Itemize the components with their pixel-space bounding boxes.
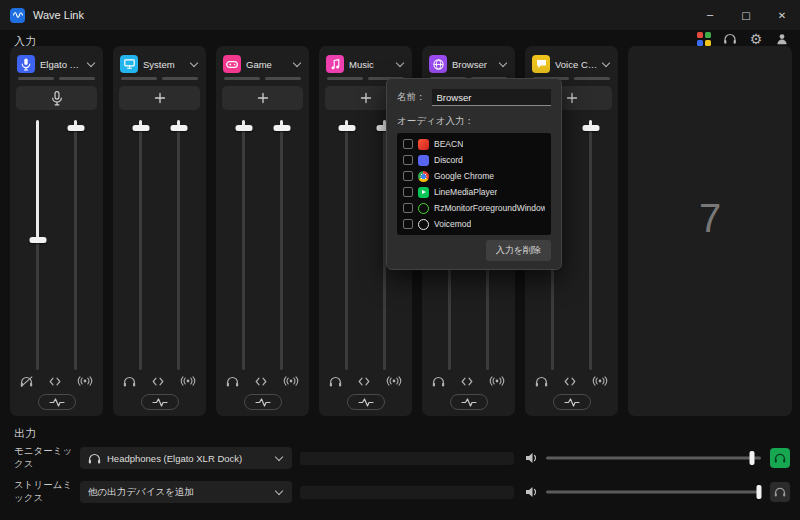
channel-footer — [329, 374, 402, 388]
link-icon[interactable] — [564, 377, 576, 386]
fader-handle[interactable] — [582, 125, 599, 131]
fader-track-right[interactable] — [177, 120, 180, 370]
remove-input-button[interactable]: 入力を削除 — [486, 240, 551, 261]
broadcast-icon[interactable] — [592, 376, 608, 386]
stream-output-button[interactable] — [770, 482, 790, 502]
channel-footer — [20, 374, 93, 388]
headphones-muted-icon[interactable] — [20, 376, 33, 387]
checkbox[interactable] — [403, 171, 413, 181]
monitor-mix-label: モニターミックス — [14, 445, 80, 471]
channel-header[interactable]: Elgato XLR ... — [17, 54, 96, 74]
checkbox[interactable] — [403, 155, 413, 165]
fader-track-right[interactable] — [589, 120, 592, 370]
stream-mix-label: ストリームミックス — [14, 479, 80, 505]
fader-handle[interactable] — [29, 237, 46, 243]
speaker-icon[interactable] — [523, 452, 541, 464]
link-icon[interactable] — [152, 377, 164, 386]
headphones-icon[interactable] — [123, 376, 136, 387]
source-row[interactable]: RzMonitorForegroundWindow — [397, 200, 551, 216]
waveform-button[interactable] — [347, 394, 385, 410]
source-row[interactable]: LineMediaPlayer — [397, 184, 551, 200]
fader-track-right[interactable] — [280, 120, 283, 370]
channel-header[interactable]: System — [120, 54, 199, 74]
name-label: 名前： — [397, 91, 426, 104]
account-icon[interactable] — [774, 31, 790, 47]
empty-channel-panel: 7 — [628, 46, 792, 416]
checkbox[interactable] — [403, 219, 413, 229]
window-controls: ─ □ ✕ — [692, 0, 800, 30]
checkbox[interactable] — [403, 187, 413, 197]
waveform-button[interactable] — [553, 394, 591, 410]
maximize-button[interactable]: □ — [728, 0, 764, 30]
speaker-icon[interactable] — [523, 486, 541, 498]
channel-name: Music — [349, 59, 392, 70]
broadcast-icon[interactable] — [77, 376, 93, 386]
broadcast-icon[interactable] — [489, 376, 505, 386]
monitor-device-select[interactable]: Headphones (Elgato XLR Dock) — [80, 447, 292, 469]
source-row[interactable]: Discord — [397, 152, 551, 168]
beacn-icon — [418, 139, 429, 150]
monitor-level-meter — [300, 452, 514, 465]
chevron-down-icon[interactable] — [602, 58, 610, 66]
headphones-icon[interactable] — [329, 376, 342, 387]
add-input-button[interactable] — [222, 86, 303, 110]
fader-track-left[interactable] — [36, 120, 39, 370]
source-row[interactable]: BEACN — [397, 136, 551, 152]
broadcast-icon[interactable] — [386, 376, 402, 386]
fader-track-left[interactable] — [139, 120, 142, 370]
waveform-button[interactable] — [141, 394, 179, 410]
waveform-button[interactable] — [450, 394, 488, 410]
checkbox[interactable] — [403, 203, 413, 213]
monitor-output-button[interactable] — [770, 448, 790, 468]
channel-header[interactable]: Music — [326, 54, 405, 74]
waveform-button[interactable] — [38, 394, 76, 410]
chevron-down-icon[interactable] — [87, 58, 95, 66]
slider-handle[interactable] — [756, 485, 761, 499]
fader-handle[interactable] — [235, 125, 252, 131]
gear-icon[interactable]: ⚙ — [748, 31, 764, 47]
headset-icon[interactable] — [722, 31, 738, 47]
link-icon[interactable] — [358, 377, 370, 386]
device-colors-icon[interactable] — [696, 31, 712, 47]
stream-volume-slider[interactable] — [546, 484, 761, 500]
minimize-button[interactable]: ─ — [692, 0, 728, 30]
chevron-down-icon[interactable] — [499, 58, 507, 66]
window-title: Wave Link — [33, 9, 84, 21]
source-row[interactable]: Google Chrome — [397, 168, 551, 184]
channel-name-input[interactable] — [432, 89, 552, 106]
fader-track-left[interactable] — [345, 120, 348, 370]
headphones-icon[interactable] — [226, 376, 239, 387]
fader-handle[interactable] — [170, 125, 187, 131]
source-row[interactable]: Voicemod — [397, 216, 551, 232]
fader-handle[interactable] — [273, 125, 290, 131]
channel-header[interactable]: Game — [223, 54, 302, 74]
slider-handle[interactable] — [750, 451, 755, 465]
channel-strip-elgato-xlr: Elgato XLR ... — [10, 46, 103, 416]
chevron-down-icon[interactable] — [293, 58, 301, 66]
headphones-icon[interactable] — [432, 376, 445, 387]
monitor-volume-slider[interactable] — [546, 450, 761, 466]
fader-track-right[interactable] — [74, 120, 77, 370]
chevron-down-icon[interactable] — [190, 58, 198, 66]
fader-track-left[interactable] — [242, 120, 245, 370]
mic-settings-button[interactable] — [16, 86, 97, 110]
broadcast-icon[interactable] — [180, 376, 196, 386]
add-input-button[interactable] — [119, 86, 200, 110]
chevron-down-icon[interactable] — [396, 58, 404, 66]
fader-handle[interactable] — [132, 125, 149, 131]
channel-header[interactable]: Voice Chat — [532, 54, 611, 74]
broadcast-icon[interactable] — [283, 376, 299, 386]
checkbox[interactable] — [403, 139, 413, 149]
fader-handle[interactable] — [338, 125, 355, 131]
channel-name: Voice Chat — [555, 59, 598, 70]
stream-device-select[interactable]: 他の出力デバイスを追加 — [80, 481, 292, 503]
link-icon[interactable] — [461, 377, 473, 386]
link-icon[interactable] — [255, 377, 267, 386]
link-icon[interactable] — [49, 377, 61, 386]
waveform-button[interactable] — [244, 394, 282, 410]
headphones-icon[interactable] — [535, 376, 548, 387]
channel-header[interactable]: Browser — [429, 54, 508, 74]
close-button[interactable]: ✕ — [764, 0, 800, 30]
channel-level-meter — [18, 77, 95, 80]
fader-handle[interactable] — [67, 125, 84, 131]
